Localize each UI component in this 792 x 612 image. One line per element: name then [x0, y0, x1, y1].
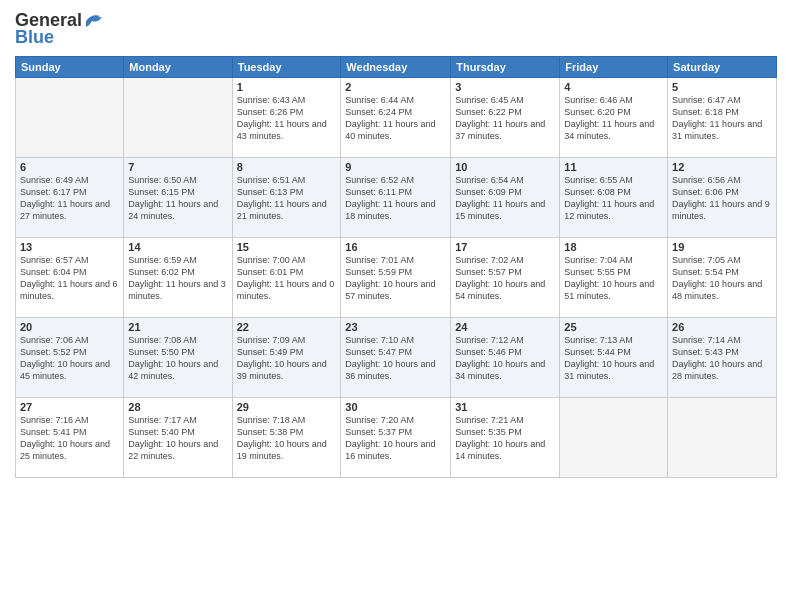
- calendar-cell: 28Sunrise: 7:17 AMSunset: 5:40 PMDayligh…: [124, 398, 232, 478]
- calendar-cell: 13Sunrise: 6:57 AMSunset: 6:04 PMDayligh…: [16, 238, 124, 318]
- week-row-1: 1Sunrise: 6:43 AMSunset: 6:26 PMDaylight…: [16, 78, 777, 158]
- day-number: 5: [672, 81, 772, 93]
- calendar-cell: 14Sunrise: 6:59 AMSunset: 6:02 PMDayligh…: [124, 238, 232, 318]
- calendar-cell: 3Sunrise: 6:45 AMSunset: 6:22 PMDaylight…: [451, 78, 560, 158]
- calendar-cell: [560, 398, 668, 478]
- day-number: 16: [345, 241, 446, 253]
- calendar-cell: 9Sunrise: 6:52 AMSunset: 6:11 PMDaylight…: [341, 158, 451, 238]
- calendar-cell: 25Sunrise: 7:13 AMSunset: 5:44 PMDayligh…: [560, 318, 668, 398]
- calendar-cell: 30Sunrise: 7:20 AMSunset: 5:37 PMDayligh…: [341, 398, 451, 478]
- day-detail: Sunrise: 6:44 AMSunset: 6:24 PMDaylight:…: [345, 94, 446, 143]
- day-number: 26: [672, 321, 772, 333]
- calendar-cell: 20Sunrise: 7:06 AMSunset: 5:52 PMDayligh…: [16, 318, 124, 398]
- day-detail: Sunrise: 7:00 AMSunset: 6:01 PMDaylight:…: [237, 254, 337, 303]
- day-detail: Sunrise: 7:18 AMSunset: 5:38 PMDaylight:…: [237, 414, 337, 463]
- weekday-header-row: SundayMondayTuesdayWednesdayThursdayFrid…: [16, 57, 777, 78]
- day-detail: Sunrise: 7:06 AMSunset: 5:52 PMDaylight:…: [20, 334, 119, 383]
- day-detail: Sunrise: 7:10 AMSunset: 5:47 PMDaylight:…: [345, 334, 446, 383]
- day-detail: Sunrise: 7:08 AMSunset: 5:50 PMDaylight:…: [128, 334, 227, 383]
- day-detail: Sunrise: 6:55 AMSunset: 6:08 PMDaylight:…: [564, 174, 663, 223]
- calendar-cell: 19Sunrise: 7:05 AMSunset: 5:54 PMDayligh…: [668, 238, 777, 318]
- day-number: 2: [345, 81, 446, 93]
- day-detail: Sunrise: 6:46 AMSunset: 6:20 PMDaylight:…: [564, 94, 663, 143]
- calendar-cell: 10Sunrise: 6:54 AMSunset: 6:09 PMDayligh…: [451, 158, 560, 238]
- calendar-cell: 15Sunrise: 7:00 AMSunset: 6:01 PMDayligh…: [232, 238, 341, 318]
- calendar-cell: 4Sunrise: 6:46 AMSunset: 6:20 PMDaylight…: [560, 78, 668, 158]
- calendar-cell: 26Sunrise: 7:14 AMSunset: 5:43 PMDayligh…: [668, 318, 777, 398]
- day-detail: Sunrise: 6:45 AMSunset: 6:22 PMDaylight:…: [455, 94, 555, 143]
- weekday-header-thursday: Thursday: [451, 57, 560, 78]
- calendar-cell: 17Sunrise: 7:02 AMSunset: 5:57 PMDayligh…: [451, 238, 560, 318]
- day-detail: Sunrise: 7:05 AMSunset: 5:54 PMDaylight:…: [672, 254, 772, 303]
- day-detail: Sunrise: 6:56 AMSunset: 6:06 PMDaylight:…: [672, 174, 772, 223]
- day-number: 8: [237, 161, 337, 173]
- weekday-header-saturday: Saturday: [668, 57, 777, 78]
- day-detail: Sunrise: 7:01 AMSunset: 5:59 PMDaylight:…: [345, 254, 446, 303]
- day-number: 21: [128, 321, 227, 333]
- day-number: 1: [237, 81, 337, 93]
- calendar-cell: [16, 78, 124, 158]
- day-number: 7: [128, 161, 227, 173]
- day-number: 28: [128, 401, 227, 413]
- day-number: 14: [128, 241, 227, 253]
- day-detail: Sunrise: 6:57 AMSunset: 6:04 PMDaylight:…: [20, 254, 119, 303]
- day-number: 30: [345, 401, 446, 413]
- day-number: 23: [345, 321, 446, 333]
- day-number: 17: [455, 241, 555, 253]
- calendar-cell: [124, 78, 232, 158]
- calendar-cell: 7Sunrise: 6:50 AMSunset: 6:15 PMDaylight…: [124, 158, 232, 238]
- weekday-header-monday: Monday: [124, 57, 232, 78]
- day-number: 12: [672, 161, 772, 173]
- logo-blue-text: Blue: [15, 27, 54, 48]
- day-detail: Sunrise: 7:02 AMSunset: 5:57 PMDaylight:…: [455, 254, 555, 303]
- weekday-header-friday: Friday: [560, 57, 668, 78]
- day-number: 6: [20, 161, 119, 173]
- day-detail: Sunrise: 7:04 AMSunset: 5:55 PMDaylight:…: [564, 254, 663, 303]
- day-detail: Sunrise: 7:14 AMSunset: 5:43 PMDaylight:…: [672, 334, 772, 383]
- day-number: 24: [455, 321, 555, 333]
- calendar-cell: 21Sunrise: 7:08 AMSunset: 5:50 PMDayligh…: [124, 318, 232, 398]
- day-detail: Sunrise: 6:51 AMSunset: 6:13 PMDaylight:…: [237, 174, 337, 223]
- day-number: 29: [237, 401, 337, 413]
- day-number: 31: [455, 401, 555, 413]
- calendar-cell: 24Sunrise: 7:12 AMSunset: 5:46 PMDayligh…: [451, 318, 560, 398]
- calendar-cell: 23Sunrise: 7:10 AMSunset: 5:47 PMDayligh…: [341, 318, 451, 398]
- day-number: 22: [237, 321, 337, 333]
- weekday-header-wednesday: Wednesday: [341, 57, 451, 78]
- logo: General Blue: [15, 10, 106, 48]
- day-detail: Sunrise: 7:09 AMSunset: 5:49 PMDaylight:…: [237, 334, 337, 383]
- weekday-header-sunday: Sunday: [16, 57, 124, 78]
- calendar-cell: 11Sunrise: 6:55 AMSunset: 6:08 PMDayligh…: [560, 158, 668, 238]
- day-number: 3: [455, 81, 555, 93]
- calendar-cell: 31Sunrise: 7:21 AMSunset: 5:35 PMDayligh…: [451, 398, 560, 478]
- day-detail: Sunrise: 7:21 AMSunset: 5:35 PMDaylight:…: [455, 414, 555, 463]
- day-detail: Sunrise: 6:50 AMSunset: 6:15 PMDaylight:…: [128, 174, 227, 223]
- day-number: 27: [20, 401, 119, 413]
- day-detail: Sunrise: 7:13 AMSunset: 5:44 PMDaylight:…: [564, 334, 663, 383]
- day-number: 13: [20, 241, 119, 253]
- calendar-cell: 16Sunrise: 7:01 AMSunset: 5:59 PMDayligh…: [341, 238, 451, 318]
- calendar-cell: 27Sunrise: 7:16 AMSunset: 5:41 PMDayligh…: [16, 398, 124, 478]
- calendar-cell: 22Sunrise: 7:09 AMSunset: 5:49 PMDayligh…: [232, 318, 341, 398]
- day-number: 18: [564, 241, 663, 253]
- header: General Blue: [15, 10, 777, 48]
- day-detail: Sunrise: 7:20 AMSunset: 5:37 PMDaylight:…: [345, 414, 446, 463]
- calendar-cell: 18Sunrise: 7:04 AMSunset: 5:55 PMDayligh…: [560, 238, 668, 318]
- day-detail: Sunrise: 6:47 AMSunset: 6:18 PMDaylight:…: [672, 94, 772, 143]
- day-detail: Sunrise: 6:49 AMSunset: 6:17 PMDaylight:…: [20, 174, 119, 223]
- calendar-cell: 2Sunrise: 6:44 AMSunset: 6:24 PMDaylight…: [341, 78, 451, 158]
- day-number: 20: [20, 321, 119, 333]
- week-row-4: 20Sunrise: 7:06 AMSunset: 5:52 PMDayligh…: [16, 318, 777, 398]
- calendar-cell: 5Sunrise: 6:47 AMSunset: 6:18 PMDaylight…: [668, 78, 777, 158]
- day-detail: Sunrise: 7:17 AMSunset: 5:40 PMDaylight:…: [128, 414, 227, 463]
- day-detail: Sunrise: 6:52 AMSunset: 6:11 PMDaylight:…: [345, 174, 446, 223]
- calendar-cell: [668, 398, 777, 478]
- day-detail: Sunrise: 7:12 AMSunset: 5:46 PMDaylight:…: [455, 334, 555, 383]
- calendar-cell: 12Sunrise: 6:56 AMSunset: 6:06 PMDayligh…: [668, 158, 777, 238]
- day-number: 9: [345, 161, 446, 173]
- day-number: 25: [564, 321, 663, 333]
- week-row-3: 13Sunrise: 6:57 AMSunset: 6:04 PMDayligh…: [16, 238, 777, 318]
- calendar-cell: 6Sunrise: 6:49 AMSunset: 6:17 PMDaylight…: [16, 158, 124, 238]
- calendar-cell: 29Sunrise: 7:18 AMSunset: 5:38 PMDayligh…: [232, 398, 341, 478]
- day-number: 10: [455, 161, 555, 173]
